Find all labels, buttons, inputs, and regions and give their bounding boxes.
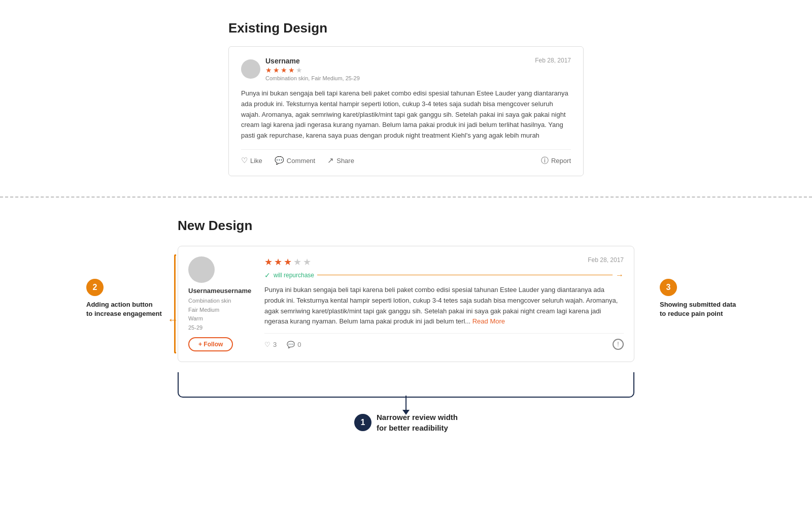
like-label: Like [250, 157, 262, 165]
avatar-new [188, 256, 215, 283]
old-review-header: Username ★ ★ ★ ★ ★ Combination skin, Fai… [241, 57, 571, 81]
new-comment-action[interactable]: 💬 0 [287, 341, 301, 348]
new-report-icon: ! [617, 341, 619, 348]
orange-bracket [174, 254, 176, 353]
new-review-text: Punya ini bukan sengaja beli tapi karena… [264, 285, 624, 327]
comment-icon: 💬 [275, 156, 284, 165]
read-more-link[interactable]: Read More [472, 317, 505, 325]
annotation-2-text: Adding action buttonto increase engageme… [86, 300, 167, 318]
report-label: Report [551, 157, 571, 165]
comment-label: Comment [287, 157, 315, 165]
new-like-action[interactable]: ♡ 3 [264, 341, 277, 348]
new-heart-icon: ♡ [264, 341, 270, 348]
right-panel: ★ ★ ★ ★ ★ Feb 28, 2017 ✓ will repurchase… [264, 256, 624, 351]
new-review-actions: ♡ 3 💬 0 ! [264, 333, 624, 350]
like-action[interactable]: ♡ Like [241, 156, 262, 165]
annotation-3: 3 Showing submitted datato reduce pain p… [660, 279, 776, 318]
left-panel: Usernameusername Combination skinFair Me… [188, 256, 254, 351]
username-new: Usernameusername [188, 287, 254, 295]
report-icon: ⓘ [541, 156, 549, 166]
annotation-3-text: Showing submitted datato reduce pain poi… [660, 300, 776, 318]
heart-icon: ♡ [241, 156, 248, 165]
repurchase-line [317, 275, 613, 275]
page-container: Existing Design Username ★ ★ ★ ★ ★ C [0, 0, 812, 520]
repurchase-row: ✓ will repurchase → [264, 271, 624, 280]
follow-button[interactable]: + Follow [188, 337, 233, 351]
username-old: Username [265, 57, 360, 65]
new-star-1: ★ [264, 256, 273, 268]
star-5: ★ [296, 66, 302, 74]
arrow-line [405, 396, 407, 410]
repurchase-arrow-icon: → [616, 271, 624, 280]
skin-info-old: Combination skin, Fair Medium, 25-29 [265, 75, 360, 81]
new-star-4: ★ [293, 256, 301, 268]
repurchase-text: will repurchase [274, 272, 314, 279]
existing-design-section: Existing Design Username ★ ★ ★ ★ ★ C [228, 20, 584, 176]
annotation-3-circle: 3 [660, 279, 677, 296]
annotation-1: 1 Narrower review widthfor better readib… [354, 412, 458, 433]
review-actions-old: ♡ Like 💬 Comment ↗ Share ⓘ Report [241, 149, 571, 166]
skin-detail: Combination skinFair MediumWarm25-29 [188, 297, 254, 332]
new-star-5: ★ [303, 256, 311, 268]
stars-row-old: ★ ★ ★ ★ ★ [265, 66, 360, 74]
star-3: ★ [281, 66, 287, 74]
bottom-annotation-container: 1 Narrower review widthfor better readib… [178, 372, 634, 433]
annotation-1-text: Narrower review widthfor better readibil… [377, 412, 458, 433]
user-meta-old: Username ★ ★ ★ ★ ★ Combination skin, Fai… [265, 57, 360, 81]
annotation-2-circle: 2 [86, 279, 104, 296]
new-design-wrapper: New Design 2 Adding action buttonto incr… [178, 218, 634, 433]
bottom-bracket [178, 372, 634, 398]
review-text-old: Punya ini bukan sengaja beli tapi karena… [241, 88, 571, 141]
new-comment-icon: 💬 [287, 341, 295, 348]
new-review-header: ★ ★ ★ ★ ★ Feb 28, 2017 [264, 256, 624, 268]
new-star-3: ★ [284, 256, 292, 268]
star-2: ★ [273, 66, 280, 74]
stars-new: ★ ★ ★ ★ ★ [264, 256, 311, 268]
annotation-2: 2 Adding action buttonto increase engage… [86, 279, 167, 318]
share-label: Share [336, 157, 354, 165]
new-star-2: ★ [274, 256, 282, 268]
star-4: ★ [288, 66, 295, 74]
existing-title: Existing Design [228, 20, 584, 36]
date-new: Feb 28, 2017 [588, 256, 624, 264]
date-old: Feb 28, 2017 [535, 57, 571, 64]
share-icon: ↗ [327, 156, 334, 165]
annotation-2-arrow: ← [167, 313, 179, 327]
new-design-title: New Design [178, 218, 634, 234]
likes-count: 3 [273, 341, 277, 348]
user-info-old: Username ★ ★ ★ ★ ★ Combination skin, Fai… [241, 57, 360, 81]
annotation-1-circle: 1 [354, 414, 371, 431]
comment-action[interactable]: 💬 Comment [275, 156, 315, 165]
repurchase-check-icon: ✓ [264, 271, 270, 279]
section-divider [0, 197, 812, 198]
comments-count: 0 [297, 341, 301, 348]
share-action[interactable]: ↗ Share [327, 156, 354, 165]
new-review-card: Usernameusername Combination skinFair Me… [178, 246, 634, 362]
star-1: ★ [265, 66, 272, 74]
new-report-action[interactable]: ! [613, 339, 624, 350]
avatar-old [241, 59, 260, 79]
report-action[interactable]: ⓘ Report [541, 156, 571, 166]
old-review-card: Username ★ ★ ★ ★ ★ Combination skin, Fai… [228, 46, 584, 176]
